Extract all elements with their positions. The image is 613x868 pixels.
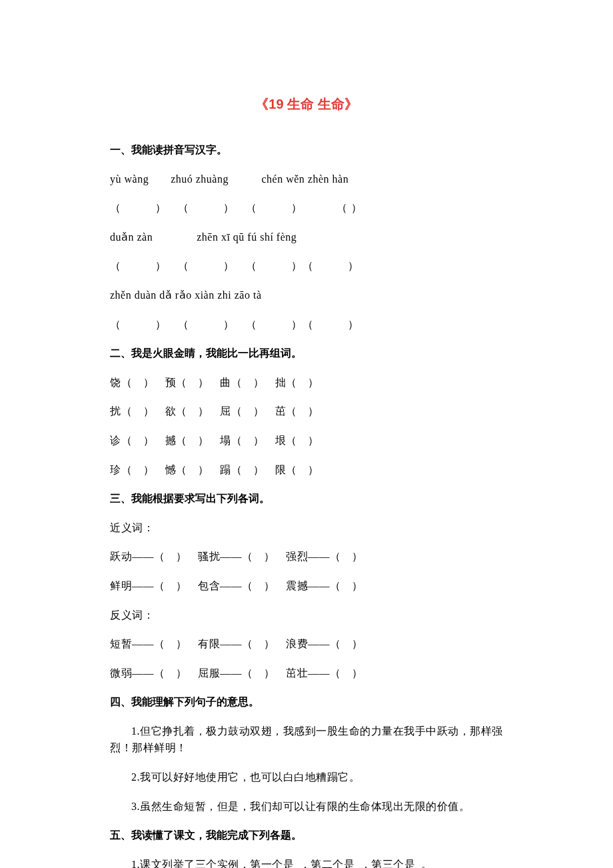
section-5-q1: 1.课文列举了三个实例，第一个是_，第二个是_，第三个是_。: [110, 856, 503, 868]
synonym-label: 近义词：: [110, 519, 503, 537]
pinyin-row-1: yù wàng zhuó zhuàng chén wěn zhèn hàn: [110, 171, 503, 188]
section-5-header: 五、我读懂了课文，我能完成下列各题。: [110, 827, 503, 844]
pinyin-row-2: duǎn zàn zhēn xī qū fú shí fèng: [110, 229, 503, 246]
blanks-row-2: （ ） （ ） （ ）（ ）: [110, 257, 503, 275]
blanks-row-1: （ ） （ ） （ ） （ ）: [110, 199, 503, 217]
section-4-q1: 1.但它挣扎着，极力鼓动双翅，我感到一股生命的力量在我手中跃动，那样强烈！那样鲜…: [110, 723, 503, 757]
section-2-header: 二、我是火眼金睛，我能比一比再组词。: [110, 345, 503, 362]
section-4-header: 四、我能理解下列句子的意思。: [110, 693, 503, 711]
section-2-line-1: 饶（ ） 预（ ） 曲（ ） 拙（ ）: [110, 374, 503, 391]
section-3-header: 三、我能根据要求写出下列各词。: [110, 490, 503, 507]
section-2-line-3: 诊（ ） 撼（ ） 塌（ ） 垠（ ）: [110, 432, 503, 449]
synonym-line-1: 跃动——（ ） 骚扰——（ ） 强烈——（ ）: [110, 548, 503, 565]
antonym-line-1: 短暂——（ ） 有限——（ ） 浪费——（ ）: [110, 635, 503, 653]
section-2-line-2: 扰（ ） 欲（ ） 屈（ ） 茁（ ）: [110, 403, 503, 420]
section-2-line-4: 珍（ ） 憾（ ） 蹋（ ） 限（ ）: [110, 461, 503, 479]
synonym-line-2: 鲜明——（ ） 包含——（ ） 震撼——（ ）: [110, 577, 503, 595]
antonym-label: 反义词：: [110, 607, 503, 624]
blanks-row-3: （ ） （ ） （ ）（ ）: [110, 316, 503, 333]
document-title: 《19 生命 生命》: [110, 93, 503, 115]
section-1-header: 一、我能读拼音写汉字。: [110, 141, 503, 159]
antonym-line-2: 微弱——（ ） 屈服——（ ） 茁壮——（ ）: [110, 665, 503, 682]
section-4-q3: 3.虽然生命短暂，但是，我们却可以让有限的生命体现出无限的价值。: [110, 798, 503, 815]
section-4-q2: 2.我可以好好地使用它，也可以白白地糟蹋它。: [110, 769, 503, 786]
pinyin-row-3: zhěn duàn dǎ rǎo xiàn zhi zāo tà: [110, 287, 503, 304]
